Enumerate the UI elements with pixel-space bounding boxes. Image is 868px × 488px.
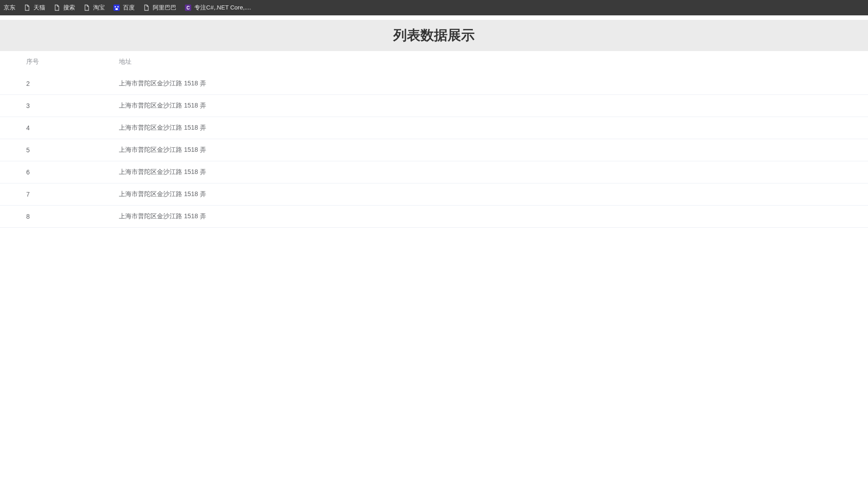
cell-index: 7	[0, 184, 93, 205]
csharp-icon: C	[184, 4, 192, 11]
cell-index: 5	[0, 140, 93, 160]
svg-point-1	[115, 6, 116, 8]
table-row[interactable]: 8 上海市普陀区金沙江路 1518 弄	[0, 206, 868, 228]
data-table: 序号 地址 2 上海市普陀区金沙江路 1518 弄 3 上海市普陀区金沙江路 1…	[0, 51, 868, 228]
bookmark-alibaba[interactable]: 阿里巴巴	[141, 2, 178, 14]
baidu-icon	[113, 4, 120, 11]
document-icon	[83, 4, 90, 11]
cell-address: 上海市普陀区金沙江路 1518 弄	[93, 161, 868, 183]
table-row[interactable]: 4 上海市普陀区金沙江路 1518 弄	[0, 117, 868, 139]
document-icon	[24, 4, 31, 11]
bookmark-csharp[interactable]: C 专注C#,.NET Core,....	[183, 2, 253, 14]
bookmark-label: 京东	[4, 4, 15, 12]
cell-index: 3	[0, 95, 93, 116]
bookmark-search[interactable]: 搜索	[52, 2, 77, 14]
document-icon	[143, 4, 150, 11]
cell-index: 4	[0, 117, 93, 138]
bookmark-label: 百度	[123, 4, 135, 12]
table-row[interactable]: 2 上海市普陀区金沙江路 1518 弄	[0, 73, 868, 95]
header-address: 地址	[93, 51, 868, 73]
cell-address: 上海市普陀区金沙江路 1518 弄	[93, 183, 868, 205]
bookmark-jingdong[interactable]: 京东	[2, 2, 17, 14]
bookmark-taobao[interactable]: 淘宝	[81, 2, 107, 14]
table-row[interactable]: 7 上海市普陀区金沙江路 1518 弄	[0, 183, 868, 206]
cell-address: 上海市普陀区金沙江路 1518 弄	[93, 139, 868, 161]
page-title: 列表数据展示	[0, 26, 868, 45]
bookmark-label: 搜索	[63, 4, 75, 12]
cell-index: 8	[0, 206, 93, 227]
table-row[interactable]: 5 上海市普陀区金沙江路 1518 弄	[0, 139, 868, 161]
svg-point-2	[118, 6, 119, 8]
document-icon	[53, 4, 61, 11]
table-row[interactable]: 6 上海市普陀区金沙江路 1518 弄	[0, 161, 868, 183]
header-index: 序号	[0, 51, 93, 73]
bookmark-label: 淘宝	[93, 4, 105, 12]
bookmark-bar: 京东 天猫 搜索 淘宝 百度 阿里巴巴 C 专注C#,.NET Core,..	[0, 0, 868, 15]
bookmark-baidu[interactable]: 百度	[111, 2, 137, 14]
bookmark-label: 阿里巴巴	[153, 4, 176, 12]
cell-address: 上海市普陀区金沙江路 1518 弄	[93, 95, 868, 117]
cell-address: 上海市普陀区金沙江路 1518 弄	[93, 206, 868, 227]
svg-point-3	[115, 8, 118, 10]
cell-address: 上海市普陀区金沙江路 1518 弄	[93, 73, 868, 94]
bookmark-label: 专注C#,.NET Core,....	[194, 4, 251, 12]
page-title-bar: 列表数据展示	[0, 20, 868, 51]
table-row[interactable]: 3 上海市普陀区金沙江路 1518 弄	[0, 95, 868, 117]
cell-address: 上海市普陀区金沙江路 1518 弄	[93, 117, 868, 139]
bookmark-label: 天猫	[33, 4, 45, 12]
cell-index: 2	[0, 73, 93, 94]
bookmark-tmall[interactable]: 天猫	[22, 2, 47, 14]
cell-index: 6	[0, 162, 93, 183]
svg-text:C: C	[186, 5, 189, 10]
table-header-row: 序号 地址	[0, 51, 868, 73]
